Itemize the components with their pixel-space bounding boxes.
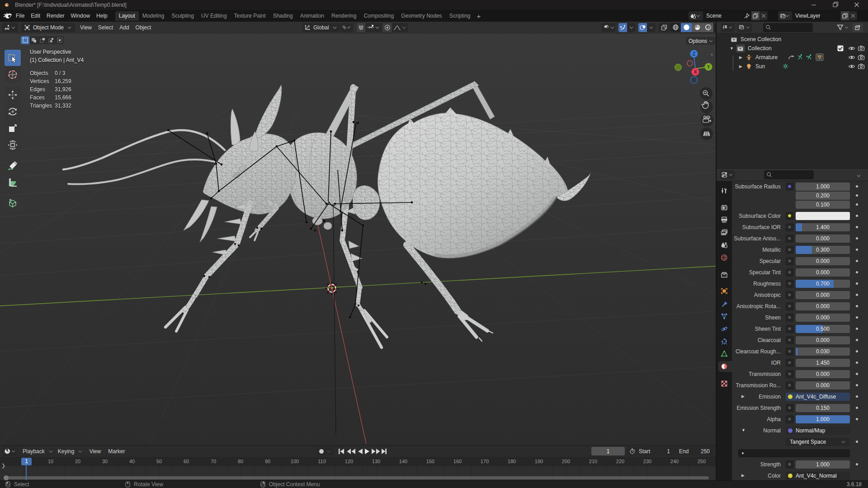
svg-text:Y: Y — [707, 65, 710, 70]
svg-text:X: X — [694, 70, 697, 75]
svg-text:Z: Z — [693, 52, 695, 56]
